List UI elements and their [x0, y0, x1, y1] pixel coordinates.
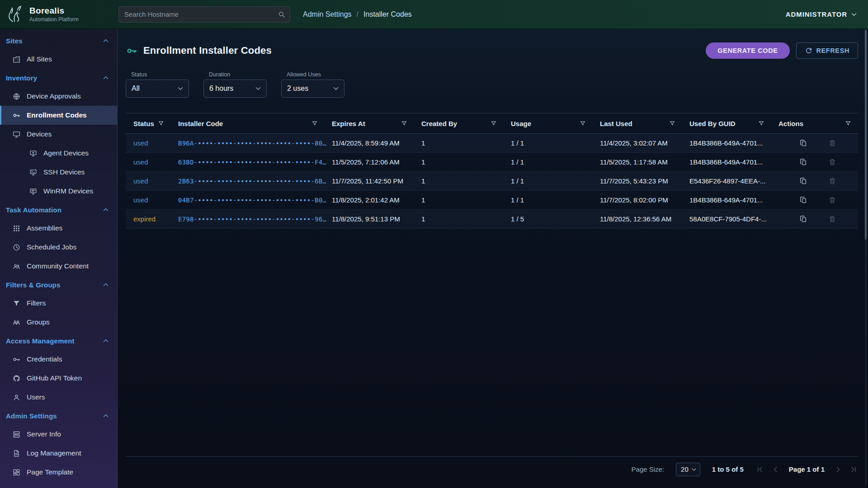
- sidebar-item-winrm-devices[interactable]: WinRM Devices: [0, 182, 117, 201]
- search-input[interactable]: [118, 6, 290, 23]
- status-cell: expired: [126, 215, 178, 223]
- copy-icon[interactable]: [799, 158, 807, 166]
- sidebar-section-task-automation[interactable]: Task Automation: [0, 201, 117, 219]
- trash-icon[interactable]: [828, 177, 836, 185]
- column-header-usage[interactable]: Usage: [511, 120, 600, 127]
- groups-icon: [12, 318, 21, 327]
- sidebar-item-credentials[interactable]: Credentials: [0, 350, 117, 369]
- column-header-installer-code[interactable]: Installer Code: [178, 120, 332, 127]
- last-used-cell: 11/8/2025, 12:36:56 AM: [600, 215, 689, 223]
- column-header-created-by[interactable]: Created By: [421, 120, 511, 127]
- chevron-up-icon: [102, 37, 110, 45]
- column-header-expires-at[interactable]: Expires At: [332, 120, 421, 127]
- breadcrumb-admin-settings[interactable]: Admin Settings: [303, 10, 352, 19]
- sidebar-item-devices[interactable]: Devices: [0, 125, 117, 144]
- filter-label: Status: [131, 71, 189, 78]
- copy-icon[interactable]: [799, 196, 807, 204]
- codes-table: StatusInstaller CodeExpires AtCreated By…: [126, 113, 858, 229]
- sidebar-section-filters-groups[interactable]: Filters & Groups: [0, 276, 117, 294]
- filter-label: Allowed Uses: [287, 71, 344, 78]
- pager: Page 1 of 1: [755, 465, 858, 474]
- page-size-label: Page Size:: [632, 465, 665, 473]
- credentials-key-icon: [12, 355, 21, 364]
- created-by-cell: 1: [421, 139, 511, 147]
- sidebar-section-access-management[interactable]: Access Management: [0, 332, 117, 350]
- sidebar-section-inventory[interactable]: Inventory: [0, 69, 117, 87]
- filter-select-status[interactable]: All: [126, 80, 189, 98]
- installer-code-cell: E798-••••-••••-••••-••••-••••-••••-964B: [178, 216, 332, 223]
- column-header-used-by-guid[interactable]: Used By GUID: [689, 120, 778, 127]
- column-header-actions[interactable]: Actions: [778, 120, 858, 127]
- sidebar-item-page-template[interactable]: Page Template: [0, 463, 117, 482]
- filter-select-duration[interactable]: 6 hours: [203, 80, 267, 98]
- brand: Borealis Automation Platform: [0, 4, 118, 25]
- sidebar-item-label: SSH Devices: [43, 168, 85, 176]
- breadcrumb-installer-codes[interactable]: Installer Codes: [363, 10, 412, 19]
- installer-code-cell: 04B7-••••-••••-••••-••••-••••-••••-B08D: [178, 197, 332, 204]
- scrollbar[interactable]: [865, 30, 867, 485]
- copy-icon[interactable]: [799, 215, 807, 223]
- sidebar-item-label: Scheduled Jobs: [27, 243, 76, 251]
- sidebar-item-community-content[interactable]: Community Content: [0, 257, 117, 276]
- sidebar-item-all-sites[interactable]: All Sites: [0, 50, 117, 69]
- last-page-button[interactable]: [849, 465, 858, 474]
- sidebar-item-enrollment-codes[interactable]: Enrollment Codes: [0, 106, 117, 125]
- column-header-status[interactable]: Status: [126, 120, 178, 127]
- page-indicator: Page 1 of 1: [789, 465, 825, 473]
- sidebar-item-agent-devices[interactable]: Agent Devices: [0, 144, 117, 163]
- sites-icon: [12, 55, 21, 64]
- filter-icon: [579, 120, 586, 127]
- chevron-up-icon: [102, 206, 110, 214]
- sidebar-section-sites[interactable]: Sites: [0, 32, 117, 50]
- created-by-cell: 1: [421, 215, 511, 223]
- ssh-devices-icon: [29, 168, 38, 177]
- column-header-last-used[interactable]: Last Used: [600, 120, 689, 127]
- status-cell: used: [126, 177, 178, 185]
- scrollbar-thumb[interactable]: [865, 30, 867, 239]
- previous-page-button[interactable]: [771, 465, 780, 474]
- filter-allowed-uses: Allowed Uses2 uses: [281, 71, 344, 98]
- sidebar-item-device-approvals[interactable]: Device Approvals: [0, 87, 117, 106]
- community-content-icon: [12, 262, 21, 271]
- refresh-button[interactable]: REFRESH: [796, 42, 859, 59]
- sidebar-item-users[interactable]: Users: [0, 388, 117, 407]
- user-menu[interactable]: ADMINISTRATOR: [786, 10, 858, 19]
- created-by-cell: 1: [421, 158, 511, 166]
- column-label: Status: [133, 120, 154, 127]
- trash-icon[interactable]: [828, 158, 836, 166]
- filter-select-allowed-uses[interactable]: 2 uses: [281, 80, 344, 98]
- sidebar-item-assemblies[interactable]: Assemblies: [0, 219, 117, 238]
- filter-icon: [157, 120, 165, 127]
- sidebar-item-ssh-devices[interactable]: SSH Devices: [0, 163, 117, 182]
- copy-icon[interactable]: [799, 139, 807, 147]
- expires-at-cell: 11/5/2025, 7:12:06 AM: [332, 158, 421, 166]
- sidebar-item-label: Device Approvals: [27, 92, 81, 100]
- first-page-button[interactable]: [755, 465, 764, 474]
- sidebar-item-groups[interactable]: Groups: [0, 313, 117, 332]
- column-label: Expires At: [332, 120, 365, 127]
- copy-icon[interactable]: [799, 177, 807, 185]
- sidebar-item-server-info[interactable]: Server Info: [0, 425, 117, 444]
- sidebar-section-label: Sites: [6, 37, 23, 45]
- sidebar-section-admin-settings[interactable]: Admin Settings: [0, 407, 117, 425]
- refresh-label: REFRESH: [816, 47, 850, 54]
- sidebar-item-label: WinRM Devices: [43, 187, 93, 195]
- sidebar-item-github-api-token[interactable]: GitHub API Token: [0, 369, 117, 388]
- topbar: Borealis Automation Platform Admin Setti…: [0, 0, 868, 29]
- sidebar-item-log-management[interactable]: Log Management: [0, 444, 117, 463]
- page-size-select[interactable]: 20: [676, 463, 700, 476]
- filter-status: StatusAll: [126, 71, 189, 98]
- trash-icon[interactable]: [828, 139, 836, 147]
- trash-icon[interactable]: [828, 215, 836, 223]
- sidebar-item-label: Credentials: [27, 355, 62, 363]
- page-size-value: 20: [681, 465, 689, 473]
- sidebar-item-label: All Sites: [27, 55, 52, 63]
- column-label: Usage: [511, 120, 531, 127]
- sidebar-item-scheduled-jobs[interactable]: Scheduled Jobs: [0, 238, 117, 257]
- generate-code-button[interactable]: GENERATE CODE: [706, 42, 789, 59]
- sidebar-nav: SitesAll SitesInventoryDevice ApprovalsE…: [0, 32, 117, 482]
- trash-icon[interactable]: [828, 196, 836, 204]
- next-page-button[interactable]: [834, 465, 843, 474]
- sidebar-item-filters[interactable]: Filters: [0, 294, 117, 313]
- table-row: used04B7-••••-••••-••••-••••-••••-••••-B…: [126, 191, 858, 210]
